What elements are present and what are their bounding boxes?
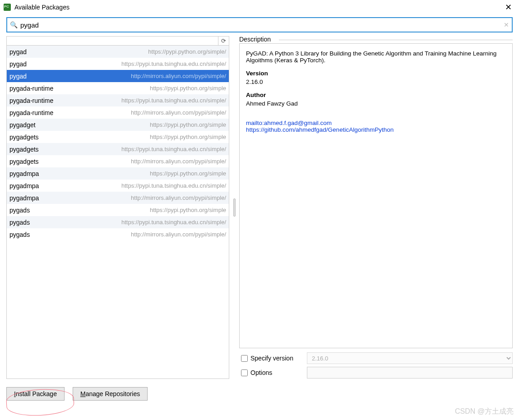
- package-row[interactable]: pygadshttp://mirrors.aliyun.com/pypi/sim…: [7, 228, 229, 240]
- package-source: https://pypi.python.org/simple: [150, 121, 226, 128]
- package-source: https://pypi.tuna.tsinghua.edu.cn/simple…: [121, 182, 226, 189]
- description-heading: Description: [239, 36, 273, 43]
- package-name: pygadgets: [9, 134, 39, 141]
- package-source: http://mirrors.aliyun.com/pypi/simple/: [131, 194, 226, 201]
- package-row[interactable]: pygadgethttps://pypi.python.org/simple: [7, 119, 229, 131]
- package-name: pygad: [9, 48, 27, 55]
- package-name: pygadget: [9, 121, 36, 129]
- package-row[interactable]: pygada-runtimehttps://pypi.python.org/si…: [7, 82, 229, 94]
- package-name: pygadmpa: [9, 182, 39, 189]
- package-row[interactable]: pygadgetshttps://pypi.python.org/simple: [7, 131, 229, 143]
- package-list-panel: ⟳ pygadhttps://pypi.python.org/simple/py…: [6, 36, 229, 379]
- package-name: pygadgets: [9, 158, 39, 165]
- version-value: 2.16.0: [246, 78, 506, 85]
- package-row[interactable]: pygadgetshttps://pypi.tuna.tsinghua.edu.…: [7, 143, 229, 155]
- description-rule: [279, 40, 513, 40]
- specify-version-text: Specify version: [250, 355, 293, 362]
- homepage-link[interactable]: https://github.com/ahmedfgad/GeneticAlgo…: [246, 126, 394, 133]
- package-name: pygads: [9, 219, 30, 226]
- list-header: ⟳: [7, 37, 229, 46]
- search-field-wrap[interactable]: 🔍 ✕: [6, 17, 513, 32]
- package-source: https://pypi.tuna.tsinghua.edu.cn/simple…: [121, 219, 226, 226]
- package-source: https://pypi.python.org/simple: [150, 170, 226, 177]
- package-row[interactable]: pygada-runtimehttp://mirrors.aliyun.com/…: [7, 106, 229, 119]
- package-source: https://pypi.python.org/simple/: [148, 48, 226, 55]
- window-title: Available Packages: [14, 4, 70, 11]
- package-name: pygad: [9, 73, 27, 80]
- package-row[interactable]: pygada-runtimehttps://pypi.tuna.tsinghua…: [7, 94, 229, 106]
- package-source: https://pypi.tuna.tsinghua.edu.cn/simple…: [121, 60, 226, 67]
- package-source: https://pypi.tuna.tsinghua.edu.cn/simple…: [121, 97, 226, 104]
- package-name: pygada-runtime: [9, 85, 53, 92]
- options-input[interactable]: [307, 367, 513, 378]
- package-row[interactable]: pygadgetshttp://mirrors.aliyun.com/pypi/…: [7, 155, 229, 167]
- options-area: Specify version 2.16.0 Options: [239, 352, 513, 381]
- package-row[interactable]: pygadshttps://pypi.tuna.tsinghua.edu.cn/…: [7, 216, 229, 228]
- package-row[interactable]: pygadhttps://pypi.python.org/simple/: [7, 46, 229, 58]
- splitter[interactable]: [229, 36, 239, 379]
- options-checkbox[interactable]: [241, 369, 248, 376]
- details-panel: Description PyGAD: A Python 3 Library fo…: [239, 36, 513, 379]
- package-source: http://mirrors.aliyun.com/pypi/simple/: [131, 73, 226, 79]
- author-value: Ahmed Fawzy Gad: [246, 100, 506, 107]
- author-email-link[interactable]: mailto:ahmed.f.gad@gmail.com: [246, 120, 332, 126]
- package-row[interactable]: pygadmpahttps://pypi.tuna.tsinghua.edu.c…: [7, 180, 229, 192]
- install-package-button[interactable]: Install Package: [6, 387, 65, 401]
- clear-search-icon[interactable]: ✕: [504, 21, 509, 28]
- options-text: Options: [250, 369, 272, 376]
- close-button[interactable]: ✕: [501, 2, 515, 12]
- search-input[interactable]: [19, 21, 504, 29]
- package-name: pygada-runtime: [9, 109, 53, 116]
- description-box: PyGAD: A Python 3 Library for Building t…: [239, 43, 513, 348]
- splitter-grip-icon: [233, 198, 236, 217]
- package-name: pygadmpa: [9, 194, 39, 202]
- manage-repositories-button[interactable]: Manage Repositories: [73, 387, 148, 401]
- titlebar: Available Packages ✕: [0, 0, 519, 14]
- watermark: CSDN @方土成亮: [455, 407, 514, 416]
- package-source: https://pypi.python.org/simple: [150, 134, 226, 140]
- package-source: http://mirrors.aliyun.com/pypi/simple/: [131, 231, 226, 238]
- search-icon: 🔍: [10, 21, 18, 28]
- package-row[interactable]: pygadshttps://pypi.python.org/simple: [7, 204, 229, 216]
- version-select[interactable]: 2.16.0: [307, 352, 513, 364]
- package-name: pygads: [9, 231, 30, 238]
- refresh-button[interactable]: ⟳: [218, 37, 229, 45]
- package-row[interactable]: pygadhttp://mirrors.aliyun.com/pypi/simp…: [7, 70, 229, 82]
- options-checkbox-label[interactable]: Options: [239, 368, 307, 378]
- app-icon: [4, 4, 11, 11]
- package-source: https://pypi.python.org/simple: [150, 207, 226, 213]
- package-name: pygadmpa: [9, 170, 39, 177]
- specify-version-checkbox[interactable]: [241, 355, 248, 362]
- package-row[interactable]: pygadmpahttp://mirrors.aliyun.com/pypi/s…: [7, 192, 229, 204]
- version-label: Version: [246, 70, 506, 77]
- package-source: https://pypi.python.org/simple: [150, 85, 226, 92]
- package-name: pygada-runtime: [9, 97, 53, 104]
- description-group: Description PyGAD: A Python 3 Library fo…: [239, 36, 513, 348]
- package-source: https://pypi.tuna.tsinghua.edu.cn/simple…: [121, 146, 226, 152]
- package-name: pygads: [9, 207, 30, 214]
- button-bar: Install Package Manage Repositories: [6, 387, 513, 401]
- package-list[interactable]: pygadhttps://pypi.python.org/simple/pyga…: [7, 46, 229, 378]
- package-row[interactable]: pygadhttps://pypi.tuna.tsinghua.edu.cn/s…: [7, 58, 229, 70]
- author-label: Author: [246, 92, 506, 98]
- specify-version-checkbox-label[interactable]: Specify version: [239, 354, 307, 363]
- package-name: pygad: [9, 60, 27, 68]
- package-row[interactable]: pygadmpahttps://pypi.python.org/simple: [7, 167, 229, 180]
- package-source: http://mirrors.aliyun.com/pypi/simple/: [131, 109, 226, 116]
- package-name: pygadgets: [9, 146, 39, 153]
- refresh-icon: ⟳: [221, 37, 226, 44]
- package-summary: PyGAD: A Python 3 Library for Building t…: [246, 50, 506, 64]
- package-source: http://mirrors.aliyun.com/pypi/simple/: [131, 158, 226, 165]
